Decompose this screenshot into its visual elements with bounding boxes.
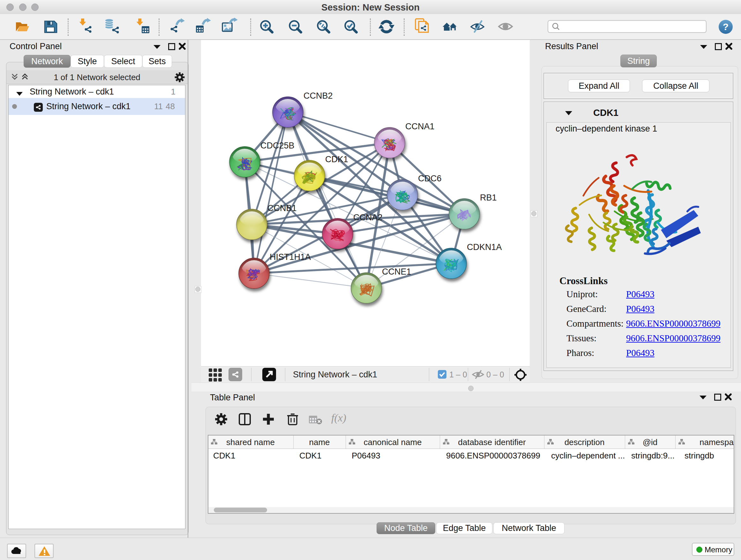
- svg-text:CCNA1: CCNA1: [405, 122, 434, 131]
- svg-text:?: ?: [723, 21, 729, 32]
- svg-text:RB1: RB1: [480, 193, 497, 202]
- svg-text:CDC6: CDC6: [418, 174, 442, 183]
- svg-text:CCNE1: CCNE1: [382, 267, 411, 276]
- svg-text:CDC25B: CDC25B: [260, 141, 294, 150]
- svg-text:CDKN1A: CDKN1A: [467, 242, 502, 252]
- svg-text:CCNA2: CCNA2: [353, 212, 383, 222]
- svg-text:HIST1H1A: HIST1H1A: [270, 252, 311, 262]
- svg-text:CDK1: CDK1: [325, 154, 348, 164]
- svg-text:CCNB2: CCNB2: [304, 91, 333, 101]
- svg-text:CCNB1: CCNB1: [267, 203, 297, 213]
